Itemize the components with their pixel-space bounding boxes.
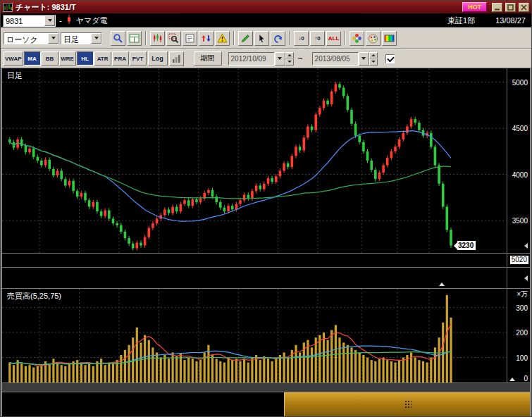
- volume-tick-label: 300: [516, 304, 528, 312]
- zoom-area-button[interactable]: [166, 31, 181, 46]
- timeframe-dropdown[interactable]: [91, 33, 101, 44]
- date-to-field[interactable]: 2013/08/05: [312, 52, 378, 66]
- sub-pane-value-tag: 5020: [510, 256, 528, 264]
- layout-icon: [129, 33, 140, 44]
- price-tick-label: 4000: [512, 171, 528, 179]
- range-navigator[interactable]: [2, 392, 530, 416]
- pointer-button[interactable]: [254, 31, 269, 46]
- up-down-arrows-icon: [201, 33, 211, 44]
- compare-button[interactable]: [199, 31, 214, 46]
- sub-pane[interactable]: 5020: [2, 254, 530, 268]
- indicator-button-atr[interactable]: ATR: [94, 51, 111, 66]
- maximize-button[interactable]: [505, 3, 516, 12]
- cursor-icon: [256, 33, 267, 44]
- price-tick-label: 3500: [512, 217, 528, 225]
- undo-button[interactable]: [271, 31, 285, 46]
- layout-button[interactable]: [127, 31, 142, 46]
- gradient-button[interactable]: [382, 31, 397, 46]
- volume-chart: [2, 289, 508, 382]
- chart-type-combo[interactable]: ローソク: [4, 32, 59, 44]
- symbol-header: 9831 - ヤマダ電 東証1部 13/08/27: [1, 13, 531, 27]
- volume-pane[interactable]: 売買高(5,25,75) ×万 3002001000: [2, 289, 530, 383]
- latest-bar-marker-icon: [439, 282, 445, 286]
- color-flower-icon: [352, 33, 362, 44]
- pane-scroll-left-icon[interactable]: [524, 243, 528, 249]
- spin-down-icon[interactable]: [285, 58, 294, 66]
- news-icon: [185, 33, 195, 44]
- indicator-button-wre[interactable]: WRE: [59, 51, 76, 66]
- toolbar-separator: [233, 31, 235, 45]
- date-from-dropdown[interactable]: [275, 52, 285, 66]
- chart-type-dropdown[interactable]: [48, 33, 58, 44]
- toolbar-separator: [289, 31, 290, 45]
- zoom-area-icon: [168, 33, 179, 44]
- navigator-grip[interactable]: [404, 400, 412, 409]
- spin-up-icon[interactable]: [285, 52, 294, 59]
- indicator-button-bb[interactable]: BB: [42, 51, 58, 66]
- spin-down-icon[interactable]: [369, 58, 378, 66]
- date-to-value: 2013/08/05: [312, 52, 359, 66]
- volume-unit-label: ×万: [516, 290, 528, 298]
- news-button[interactable]: [183, 31, 197, 46]
- volume-tick-label: 100: [516, 354, 528, 362]
- titlebar: チャート: 9831/T HOT: [1, 1, 531, 13]
- price-tick-label: 4500: [512, 125, 528, 132]
- date-to-spinner[interactable]: [369, 52, 378, 66]
- log-scale-button[interactable]: Log: [148, 51, 168, 66]
- chevron-down-icon: [51, 37, 56, 39]
- indicator-button-vwap[interactable]: VWAP: [4, 51, 23, 66]
- chevron-down-icon: [278, 57, 282, 60]
- date-to-dropdown[interactable]: [359, 52, 369, 66]
- symbol-name: ヤマダ電: [76, 15, 108, 26]
- symbol-prefix: -: [59, 16, 62, 25]
- price-axis: 5000450040003500: [507, 68, 530, 253]
- date-from-spinner[interactable]: [285, 52, 294, 66]
- spacer-pane: [2, 268, 530, 289]
- color-settings-button[interactable]: [349, 31, 364, 46]
- auto-update-checkbox[interactable]: [385, 54, 395, 63]
- indicator-button-pra[interactable]: PRA: [112, 51, 129, 66]
- timeframe-value: 日足: [61, 33, 91, 44]
- alert-button[interactable]: [215, 31, 230, 46]
- hot-button[interactable]: HOT: [462, 2, 487, 12]
- symbol-combo-dropdown[interactable]: [44, 15, 55, 26]
- chart-area: 日足 5000450040003500 3230 5020 売買高(5,25,7…: [1, 68, 531, 417]
- scale-button[interactable]: [169, 51, 184, 66]
- candlestick-chart: [2, 68, 508, 253]
- chevron-down-icon: [94, 37, 99, 39]
- chevron-down-icon: [48, 19, 52, 22]
- undo-arrow-icon: [273, 33, 283, 44]
- volume-latest-marker-icon: [509, 378, 515, 381]
- sub-pane-axis: 5020: [507, 254, 530, 267]
- down-count-button[interactable]: ↓0: [294, 31, 309, 46]
- palette-button[interactable]: [366, 31, 381, 46]
- range-separator: ~: [298, 54, 303, 63]
- close-button[interactable]: [519, 3, 529, 12]
- pane-scroll-left-icon[interactable]: [524, 275, 528, 281]
- spin-up-icon[interactable]: [369, 52, 378, 59]
- all-button[interactable]: ALL: [326, 31, 341, 46]
- volume-tick-label: 200: [516, 329, 528, 337]
- symbol-code-combo[interactable]: 9831: [3, 15, 56, 27]
- navigator-sparkline: [2, 392, 530, 416]
- spacer-axis: [507, 268, 530, 288]
- chart-type-value: ローソク: [4, 33, 48, 44]
- minimize-button[interactable]: [492, 3, 502, 12]
- zoom-button[interactable]: [111, 31, 125, 46]
- chart-window: チャート: 9831/T HOT 9831 - ヤマダ電 東証1部 13/08/…: [0, 0, 532, 417]
- date-from-field[interactable]: 2012/10/09: [228, 52, 294, 66]
- indicator-button-group: VWAPMABBWREHLATRPRAPVT: [4, 51, 147, 66]
- volume-tick-label: 0: [524, 375, 528, 382]
- market-label: 東証1部: [447, 15, 475, 26]
- up-count-button[interactable]: ↑0: [310, 31, 325, 46]
- chart-mode-button[interactable]: [150, 31, 165, 46]
- volume-pane-label: 売買高(5,25,75): [7, 291, 61, 301]
- draw-button[interactable]: [238, 31, 253, 46]
- quote-date-label: 13/08/27: [495, 16, 526, 25]
- period-button[interactable]: 期間: [194, 51, 222, 66]
- indicator-button-hl[interactable]: HL: [77, 51, 94, 66]
- indicator-button-ma[interactable]: MA: [24, 51, 41, 66]
- timeframe-combo[interactable]: 日足: [61, 32, 102, 44]
- indicator-button-pvt[interactable]: PVT: [130, 51, 147, 66]
- main-price-pane[interactable]: 日足 5000450040003500 3230: [2, 68, 530, 254]
